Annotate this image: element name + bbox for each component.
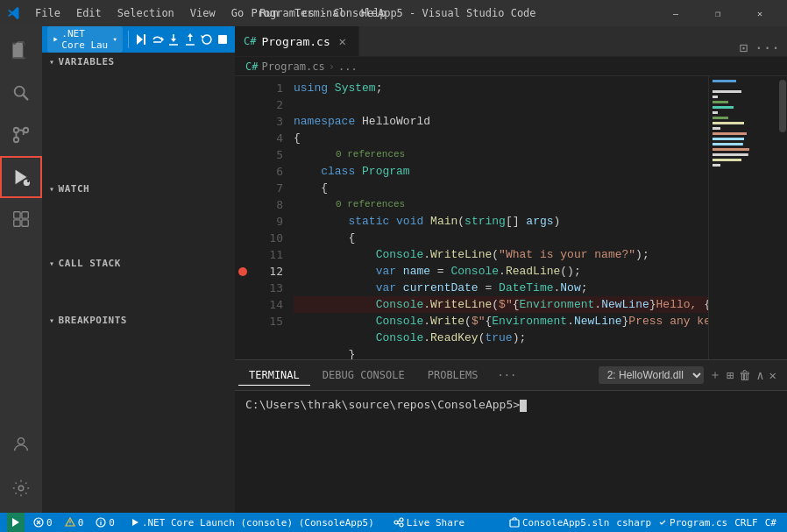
live-share-icon — [394, 517, 404, 528]
tab-debug-console[interactable]: DEBUG CONSOLE — [312, 365, 415, 385]
gutter-line-2 — [235, 96, 251, 113]
menu-edit[interactable]: Edit — [69, 5, 109, 21]
variables-header[interactable]: ▾ VARIABLES — [42, 53, 235, 71]
svg-point-4 — [14, 138, 19, 143]
activity-extensions[interactable] — [0, 198, 42, 240]
activity-explorer[interactable] — [0, 30, 42, 72]
status-branch[interactable]: Program.cs — [655, 513, 731, 532]
window-title: Program.cs - ConsoleApp5 - Visual Studio… — [251, 7, 535, 19]
linenum-7: 7 — [251, 180, 283, 196]
call-stack-header[interactable]: ▾ CALL STACK — [42, 254, 235, 273]
status-warnings[interactable]: 0 — [61, 513, 88, 532]
status-encoding[interactable]: C# — [762, 513, 780, 532]
svg-rect-27 — [218, 35, 227, 44]
more-actions-button[interactable]: ··· — [755, 39, 780, 56]
launch-status-label: .NET Core Launch (console) (ConsoleApp5) — [142, 517, 374, 528]
language-label: csharp — [616, 517, 651, 528]
svg-point-39 — [394, 521, 398, 524]
status-language[interactable]: csharp — [613, 513, 655, 532]
code-editor[interactable]: 1 2 3 4 5 6 7 8 9 10 11 12 13 14 15 — [235, 76, 787, 359]
tab-program-cs[interactable]: C# Program.cs ✕ — [235, 26, 359, 56]
code-line-6: { — [294, 180, 708, 196]
maximize-button[interactable]: ❐ — [698, 0, 738, 26]
status-launch[interactable]: .NET Core Launch (console) (ConsoleApp5) — [127, 513, 378, 532]
terminal-more-button[interactable]: ··· — [491, 365, 524, 385]
launch-label: .NET Core Lau — [61, 28, 109, 51]
activity-run-debug[interactable] — [0, 156, 42, 198]
tab-actions: ⊡ ··· — [732, 39, 787, 56]
tab-problems[interactable]: PROBLEMS — [417, 365, 489, 385]
code-refs-2: 0 references — [294, 196, 708, 213]
debug-launch-button[interactable]: .NET Core Lau — [47, 26, 123, 53]
debug-step-out-button[interactable] — [183, 29, 197, 50]
editor-scrollbar[interactable] — [778, 76, 787, 359]
code-line-3: namespace HelloWorld — [294, 113, 708, 130]
kill-terminal-button[interactable]: 🗑 — [739, 368, 751, 382]
tab-bar: C# Program.cs ✕ ⊡ ··· — [235, 26, 787, 57]
breadcrumb: C# Program.cs › ... — [235, 57, 787, 76]
scrollbar-thumb[interactable] — [779, 80, 786, 132]
linenum-11: 11 — [251, 246, 283, 263]
terminal-panel: TERMINAL DEBUG CONSOLE PROBLEMS ··· 2: H… — [235, 359, 787, 513]
tab-label: Program.cs — [261, 35, 330, 48]
solution-label: ConsoleApp5.sln — [522, 517, 609, 528]
status-solution[interactable]: ConsoleApp5.sln — [506, 513, 613, 532]
breadcrumb-file[interactable]: Program.cs — [261, 60, 324, 73]
activity-settings[interactable] — [0, 467, 42, 509]
gutter-line-8 — [235, 196, 251, 213]
sidebar-section-breakpoints: ▾ BREAKPOINTS — [42, 311, 235, 330]
split-terminal-button[interactable]: ⊞ — [727, 368, 734, 382]
terminal-content[interactable]: C:\Users\thrak\source\repos\ConsoleApp5> — [235, 391, 787, 513]
svg-point-7 — [27, 180, 30, 182]
maximize-panel-button[interactable]: ∧ — [756, 368, 763, 382]
status-info[interactable]: 0 — [92, 513, 118, 532]
warning-icon — [65, 517, 75, 528]
status-debug-info[interactable] — [7, 513, 25, 532]
status-errors[interactable]: 0 — [30, 513, 56, 532]
close-button[interactable]: ✕ — [740, 0, 780, 26]
debug-restart-button[interactable] — [200, 29, 214, 50]
menu-selection[interactable]: Selection — [110, 5, 181, 21]
code-line-15: } — [294, 346, 708, 359]
watch-header[interactable]: ▾ WATCH — [42, 180, 235, 198]
code-line-5: class Program — [294, 163, 708, 180]
status-live-share[interactable]: Live Share — [390, 513, 468, 532]
sidebar-section-variables: ▾ VARIABLES — [42, 53, 235, 71]
gutter-line-9 — [235, 213, 251, 230]
eol-label: CRLF — [734, 517, 758, 528]
svg-rect-43 — [510, 520, 519, 527]
menu-file[interactable]: File — [28, 5, 67, 21]
debug-continue-button[interactable] — [134, 29, 148, 50]
linenum-5: 5 — [251, 146, 283, 163]
add-terminal-button[interactable]: ＋ — [709, 367, 721, 383]
svg-rect-8 — [14, 212, 20, 218]
code-content[interactable]: using System; namespace HelloWorld { 0 r… — [290, 76, 708, 359]
svg-marker-14 — [53, 37, 57, 41]
svg-marker-28 — [12, 518, 19, 527]
minimize-button[interactable]: — — [656, 0, 696, 26]
split-editor-button[interactable]: ⊡ — [739, 39, 748, 56]
terminal-cursor — [520, 400, 527, 412]
debug-stop-button[interactable] — [216, 29, 230, 50]
debug-step-over-button[interactable] — [151, 29, 165, 50]
svg-point-40 — [400, 523, 403, 527]
activity-account[interactable] — [0, 423, 42, 465]
menu-go[interactable]: Go — [224, 5, 251, 21]
titlebar: File Edit Selection View Go Run Terminal… — [0, 0, 787, 26]
tab-close-button[interactable]: ✕ — [336, 34, 350, 48]
code-line-2 — [294, 96, 708, 113]
status-eol[interactable]: CRLF — [731, 513, 762, 532]
sidebar: .NET Core Lau — [42, 26, 235, 513]
tab-terminal[interactable]: TERMINAL — [238, 365, 310, 386]
breakpoints-header[interactable]: ▾ BREAKPOINTS — [42, 311, 235, 330]
activity-search[interactable] — [0, 72, 42, 114]
close-panel-button[interactable]: ✕ — [769, 368, 776, 382]
breadcrumb-path[interactable]: ... — [338, 60, 358, 73]
activity-source-control[interactable] — [0, 114, 42, 156]
menu-view[interactable]: View — [183, 5, 223, 21]
debug-step-into-button[interactable] — [167, 29, 181, 50]
linenum-12: 12 — [251, 263, 283, 280]
terminal-instance-select[interactable]: 2: HelloWorld.dll — [599, 366, 704, 384]
linenum-9: 9 — [251, 213, 283, 230]
gutter-line-6 — [235, 163, 251, 180]
